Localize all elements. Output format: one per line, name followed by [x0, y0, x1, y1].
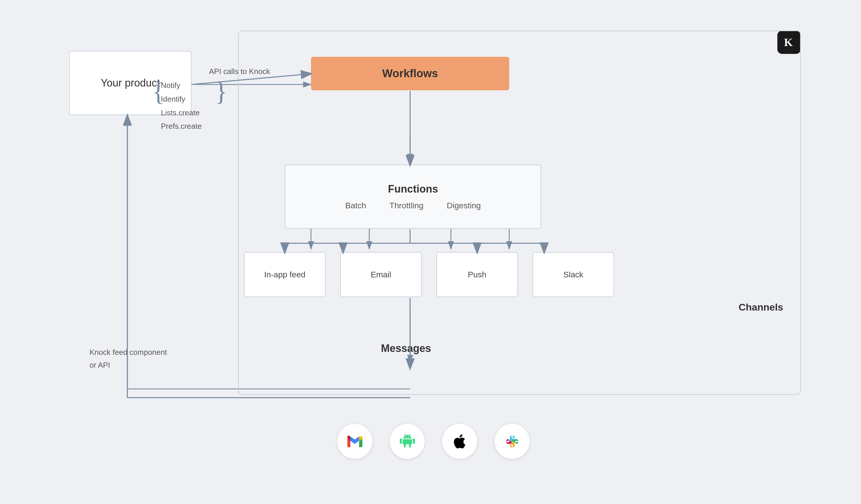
channels-title: Channels — [739, 302, 783, 313]
channel-push-label: Push — [468, 270, 487, 279]
functions-batch: Batch — [345, 201, 366, 210]
gmail-icon — [346, 433, 364, 450]
gmail-icon-circle — [337, 424, 372, 459]
feed-api-label: Knock feed component or API — [90, 346, 167, 372]
api-item-identify: Identify — [161, 92, 202, 106]
api-item-prefs: Prefs.create — [161, 120, 202, 133]
channel-slack-label: Slack — [563, 270, 583, 279]
channel-email-label: Email — [371, 270, 391, 279]
functions-digesting: Digesting — [447, 201, 481, 210]
apple-icon — [451, 433, 468, 450]
api-item-notify: Notify — [161, 79, 202, 92]
apple-icon-circle — [442, 424, 477, 459]
android-icon-circle — [390, 424, 425, 459]
workflows-box: Workflows — [311, 57, 509, 90]
android-icon — [398, 432, 417, 451]
service-icons-row — [337, 424, 530, 459]
functions-sublabels: Batch Throttling Digesting — [345, 201, 481, 210]
channel-slack: Slack — [533, 252, 614, 297]
api-calls-label: API calls to Knock — [209, 67, 270, 76]
diagram-container: K Your product API calls to Knock { Noti… — [52, 22, 809, 482]
functions-label: Functions — [388, 183, 438, 195]
feed-api-line1: Knock feed component — [90, 346, 167, 359]
channel-email: Email — [340, 252, 422, 297]
api-items: Notify Identify Lists.create Prefs.creat… — [161, 79, 202, 133]
functions-throttling: Throttling — [390, 201, 424, 210]
api-item-lists: Lists.create — [161, 106, 202, 120]
product-label: Your product — [101, 77, 160, 89]
channel-push: Push — [436, 252, 518, 297]
curly-brace-right-icon: } — [215, 79, 227, 105]
channel-inapp: In-app feed — [244, 252, 326, 297]
channel-inapp-label: In-app feed — [264, 270, 305, 279]
messages-label: Messages — [381, 342, 431, 354]
functions-box: Functions Batch Throttling Digesting — [285, 165, 541, 229]
slack-icon-circle — [495, 424, 530, 459]
feed-api-line2: or API — [90, 359, 167, 372]
slack-icon — [503, 432, 522, 451]
channels-row: In-app feed Email Push Slack — [244, 252, 614, 297]
workflows-label: Workflows — [382, 67, 438, 80]
